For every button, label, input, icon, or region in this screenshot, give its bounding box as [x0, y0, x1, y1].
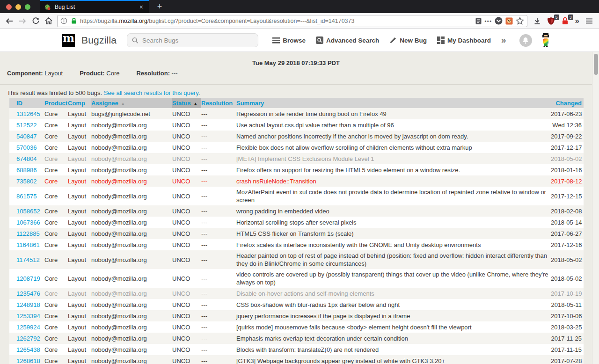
cell-status: UNCO — [172, 310, 201, 321]
cell-comp: Layout — [68, 217, 91, 228]
nav-overflow-chevron[interactable]: » — [501, 35, 506, 45]
bookmark-star-icon[interactable] — [516, 17, 524, 25]
nav-new-bug[interactable]: New Bug — [389, 36, 427, 44]
cell-prod: Core — [44, 131, 68, 142]
cell-status: UNCO — [172, 239, 201, 250]
cell-id: 735802 — [9, 175, 44, 187]
home-button[interactable] — [42, 15, 55, 27]
column-header-summary[interactable]: Summary — [236, 98, 551, 108]
reload-button[interactable] — [29, 15, 42, 27]
bug-id-link[interactable]: 512522 — [16, 122, 37, 129]
minimize-window-button[interactable] — [15, 4, 21, 10]
bug-id-link[interactable]: 1164861 — [16, 241, 40, 248]
cell-res: --- — [201, 333, 236, 344]
sort-arrow-icon: ▲ — [121, 101, 125, 106]
bug-id-link[interactable]: 861575 — [16, 193, 37, 200]
cell-res: --- — [201, 344, 236, 355]
close-window-button[interactable] — [6, 4, 12, 10]
column-header-id[interactable]: ID — [9, 98, 44, 108]
bug-id-link[interactable]: 570036 — [16, 144, 37, 151]
bug-id-link[interactable]: 735802 — [16, 178, 37, 185]
bug-id-link[interactable]: 1262792 — [16, 335, 40, 342]
cell-prod: Core — [44, 119, 68, 131]
bug-id-link[interactable]: 1235476 — [16, 290, 40, 297]
column-header-changed[interactable]: Changed — [551, 98, 584, 108]
table-row: 1253394CoreLayoutnobody@mozilla.orgUNCO-… — [9, 310, 584, 321]
pocket-icon[interactable] — [495, 17, 503, 25]
page-content: Tue May 29 2018 07:19:33 PDT Component: … — [0, 52, 599, 364]
bug-id-link[interactable]: 1208719 — [16, 275, 40, 282]
column-header-comp[interactable]: Comp — [68, 98, 91, 108]
cell-res: --- — [201, 288, 236, 299]
url-bar[interactable]: https://bugzilla.mozilla.org/buglist.cgi… — [57, 15, 527, 27]
bug-id-link[interactable]: 1253394 — [16, 313, 40, 320]
blocked-lock-icon[interactable]: 3 — [558, 15, 572, 27]
nav-my-dashboard[interactable]: My Dashboard — [437, 36, 491, 44]
page-scrollbar[interactable] — [592, 52, 599, 364]
secure-lock-icon[interactable] — [71, 17, 77, 24]
cell-prod: Core — [44, 217, 68, 228]
browser-tab[interactable]: Bug List × — [40, 0, 149, 13]
search-box[interactable] — [127, 33, 258, 47]
new-tab-button[interactable]: + — [153, 0, 167, 13]
column-header-assignee[interactable]: Assignee▲ — [91, 98, 172, 108]
column-header-status[interactable]: Status▲ — [172, 98, 201, 108]
user-avatar[interactable] — [541, 33, 551, 47]
page-actions-icon[interactable]: ••• — [482, 18, 494, 24]
filter-resolution: Resolution: --- — [136, 70, 177, 77]
back-button[interactable] — [3, 15, 16, 27]
bug-id-link[interactable]: 1174512 — [16, 256, 40, 263]
bug-id-link[interactable]: 1067366 — [16, 219, 40, 226]
zoom-window-button[interactable] — [25, 4, 30, 10]
bug-id-link[interactable]: 1265438 — [16, 346, 40, 353]
bug-id-link[interactable]: 1312645 — [16, 110, 40, 117]
cell-comp: Layout — [68, 119, 91, 131]
notifications-bell-button[interactable] — [519, 34, 532, 47]
forward-button[interactable] — [16, 15, 29, 27]
see-all-results-link[interactable]: See all search results for this query — [104, 89, 198, 96]
cell-comp: Layout — [68, 355, 91, 364]
bug-id-link[interactable]: 1268618 — [16, 357, 40, 364]
menu-hamburger-icon[interactable] — [582, 15, 596, 27]
bug-id-link[interactable]: 1248918 — [16, 301, 40, 308]
column-header-resolution[interactable]: Resolution — [201, 98, 236, 108]
bugzilla-brand[interactable]: Bugzilla — [81, 35, 117, 46]
scrollbar-thumb[interactable] — [594, 54, 598, 75]
cell-chg: 2017-06-23 — [551, 108, 584, 119]
nav-browse[interactable]: Browse — [272, 37, 306, 44]
nav-advanced-search[interactable]: Advanced Search — [316, 36, 379, 44]
cell-sum: [META] Implement CSS Exclusions Module L… — [236, 153, 551, 164]
mozilla-logo[interactable]: m — [62, 34, 75, 47]
bug-id-link[interactable]: 1259924 — [16, 324, 40, 331]
toolbar-overflow-button[interactable]: » — [572, 16, 582, 26]
cell-assignee: nobody@mozilla.org — [91, 310, 172, 321]
download-button[interactable] — [530, 15, 544, 27]
site-info-icon[interactable] — [60, 17, 67, 24]
bug-id-link[interactable]: 540847 — [16, 133, 37, 140]
ublock-shield-icon[interactable]: 5 — [544, 15, 558, 27]
column-header-product[interactable]: Product — [44, 98, 68, 108]
cell-assignee: nobody@mozilla.org — [91, 355, 172, 364]
cell-assignee: nobody@mozilla.org — [91, 228, 172, 239]
reader-mode-icon[interactable] — [475, 17, 482, 25]
bug-id-link[interactable]: 688986 — [16, 167, 37, 174]
cell-chg: 2017-10-06 — [551, 310, 584, 321]
advanced-search-icon — [316, 36, 323, 44]
navigation-toolbar: https://bugzilla.mozilla.org/buglist.cgi… — [0, 13, 599, 29]
cell-assignee: nobody@mozilla.org — [91, 333, 172, 344]
bug-id-link[interactable]: 1122885 — [16, 230, 40, 237]
cell-assignee: nobody@mozilla.org — [91, 239, 172, 250]
bug-id-link[interactable]: 674804 — [16, 155, 37, 162]
bug-id-link[interactable]: 1058652 — [16, 208, 40, 215]
tab-close-icon[interactable]: × — [138, 3, 145, 11]
cell-id: 1248918 — [9, 299, 44, 310]
table-row: 1122885CoreLayoutnobody@mozilla.orgUNCO-… — [9, 228, 584, 239]
cell-prod: Core — [44, 153, 68, 164]
cell-assignee: nobody@mozilla.org — [91, 119, 172, 131]
extension-icon[interactable] — [505, 17, 513, 25]
cell-id: 512522 — [9, 119, 44, 131]
cell-prod: Core — [44, 344, 68, 355]
cell-chg: 2017-12-16 — [551, 239, 584, 250]
search-input[interactable] — [142, 37, 253, 44]
cell-sum: Disable on-hover actions and self-moving… — [236, 288, 551, 299]
